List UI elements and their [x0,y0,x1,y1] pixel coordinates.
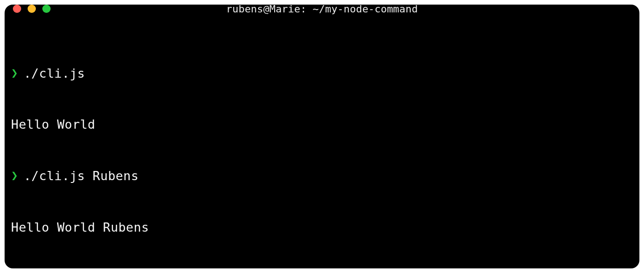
terminal-window: rubens@Marie: ~/my-node-command ❯ ./cli.… [5,5,639,268]
command-text: ./cli.js Rubens [23,167,138,184]
command-text: ./cli.js [23,65,85,82]
command-line: ❯ ./cli.js Rubens [11,167,633,184]
close-icon[interactable] [13,5,21,13]
maximize-icon[interactable] [42,5,51,13]
output-line: Hello World [11,116,633,133]
terminal-body[interactable]: ❯ ./cli.js Hello World ❯ ./cli.js Rubens… [5,13,639,268]
output-text: Hello World Rubens [11,219,149,236]
command-line: ❯ ./cli.js [11,65,633,82]
traffic-lights [13,5,51,13]
minimize-icon[interactable] [28,5,36,13]
output-text: Hello World [11,116,95,133]
title-bar: rubens@Marie: ~/my-node-command [5,5,639,13]
prompt-chevron-icon: ❯ [11,65,18,81]
window-title: rubens@Marie: ~/my-node-command [226,5,418,15]
prompt-chevron-icon: ❯ [11,168,18,184]
output-line: Hello World Rubens [11,219,633,236]
